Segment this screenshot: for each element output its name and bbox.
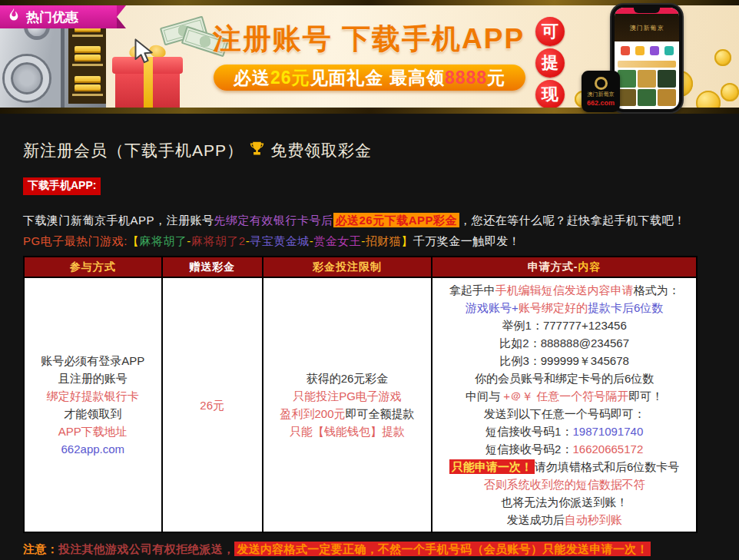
- text-segment: 短信接收号码1：: [485, 425, 572, 438]
- text-segment: 且注册的账号: [58, 372, 128, 385]
- text-segment: 发送到以下任意一个号码即可：: [484, 407, 645, 420]
- phone-notch: [634, 8, 660, 13]
- promo-banner[interactable]: 注册账号 下载手机APP 必送26元见面礼金 最高领8888元 可 提 现 澳门…: [0, 0, 739, 114]
- text-segment: 内容: [578, 260, 601, 273]
- app-logo-domain: 662.com: [587, 99, 615, 107]
- text-segment: 下载澳门新葡京手机APP，注册账号: [23, 214, 214, 227]
- phone-game-tiles: [615, 68, 679, 109]
- text-segment: 比例3：999999￥345678: [499, 354, 628, 367]
- gold-shelf: [72, 46, 103, 66]
- withdraw-char: 可: [535, 17, 565, 46]
- text-line: 账号必须有登录APP: [26, 352, 160, 369]
- text-line: 也将无法为你派送到账！: [434, 493, 694, 511]
- download-app-badge: 下载手机APP:: [23, 177, 101, 195]
- text-segment: 】: [401, 234, 413, 247]
- text-segment: 提款卡后6位数: [588, 301, 663, 314]
- text-segment: 招财猫: [366, 234, 402, 247]
- intro-text: 下载澳门新葡京手机APP，注册账号先绑定有效银行卡号后必送26元下载APP彩金，…: [23, 214, 739, 228]
- page-title-suffix: 免费领取彩金: [270, 140, 372, 161]
- app-logo-icon: 澳门新葡京 662.com: [582, 71, 620, 112]
- cursor-icon: [131, 38, 154, 68]
- text-segment: 获得的26元彩金: [307, 372, 389, 385]
- text-segment: PG电子最热门游戏:: [23, 234, 128, 247]
- text-segment: 赠送彩金: [189, 260, 235, 273]
- text-segment: 寻宝黄金城: [250, 234, 310, 247]
- text-segment: 投注其他游戏公司有权拒绝派送，: [58, 542, 235, 555]
- text-segment: 比如2：888888@234567: [499, 336, 629, 350]
- text-segment: ，您还在等什么呢？赶快拿起手机下载吧！: [459, 214, 686, 227]
- text-segment: 【: [128, 234, 140, 247]
- coin-icon: [714, 49, 731, 66]
- text-line: 盈利到200元即可全额提款: [265, 405, 430, 422]
- text-line: 短信接收号码1：19871091740: [434, 422, 694, 440]
- header-bonus: 赠送彩金: [162, 257, 263, 277]
- text-line: 662app.com: [26, 440, 160, 458]
- header-apply-method: 申请方式-内容: [432, 257, 697, 277]
- header-participation: 参与方式: [24, 257, 162, 277]
- text-line: 否则系统收到您的短信数据不符: [434, 476, 694, 493]
- promo-table: 参与方式 赠送彩金 彩金投注限制 申请方式-内容 账号必须有登录APP且注册的账…: [23, 256, 698, 533]
- text-segment: 绑定好提款银行卡: [47, 389, 139, 403]
- text-line: 只能投注PG电子游戏: [265, 387, 430, 405]
- text-segment: 你的会员账号和绑定卡号的后6位数: [475, 372, 654, 385]
- hot-promo-ribbon[interactable]: 热门优惠: [0, 5, 117, 28]
- text-line: 发送到以下任意一个号码即可：: [434, 405, 694, 422]
- text-segment: 中间与: [466, 389, 503, 403]
- phone-app-title: 澳门新葡京: [630, 24, 664, 32]
- phone-promo-strip: [618, 61, 676, 68]
- text-segment: 千万奖金一触即发！: [413, 234, 521, 247]
- text-line: 你的会员账号和绑定卡号的后6位数: [434, 369, 694, 387]
- text-segment: 盈利到200元: [280, 407, 346, 420]
- text-segment: +＠￥ 任意一个符号隔开: [503, 389, 628, 403]
- banner-title: 注册账号 下载手机APP: [207, 20, 530, 58]
- text-segment: 申请方式-: [528, 260, 578, 273]
- text-segment: 26元: [270, 66, 310, 90]
- text-segment[interactable]: 662app.com: [61, 442, 125, 456]
- phone-screen: 澳门新葡京: [615, 8, 679, 109]
- text-segment: APP下载地址: [58, 425, 128, 438]
- text-segment: 见面礼金 最高领: [310, 66, 445, 90]
- bonus-cell: 26元: [162, 277, 263, 532]
- text-segment: 举例1：777777+123456: [502, 319, 627, 332]
- text-segment: 8888: [445, 68, 487, 88]
- text-line: 中间与 +＠￥ 任意一个符号隔开即可！: [434, 387, 694, 405]
- header-bet-limit: 彩金投注限制: [263, 257, 432, 277]
- text-segment: 16620665172: [572, 442, 643, 456]
- text-line: 发送成功后自动秒到账: [434, 511, 694, 529]
- apply-method-cell: 拿起手中手机编辑短信发送内容申请格式为：游戏账号+账号绑定好的提款卡后6位数举例…: [432, 277, 697, 532]
- text-line: 短信接收号码2：16620665172: [434, 440, 694, 458]
- text-segment: 才能领取到: [64, 407, 121, 420]
- text-segment: 只能申请一次！: [449, 459, 535, 474]
- ribbon-label: 热门优惠: [26, 8, 78, 26]
- text-line: 获得的26元彩金: [265, 369, 430, 387]
- text-segment: 即可！: [628, 389, 663, 403]
- text-segment: 只能【钱能钱包】提款: [290, 425, 405, 438]
- notice-line-1: 注意：投注其他游戏公司有权拒绝派送，发送内容格式一定要正确，不然一个手机号码（会…: [23, 542, 739, 557]
- text-segment: 26元: [200, 399, 224, 412]
- coin-icon: [721, 83, 739, 101]
- table-body-row: 账号必须有登录APP且注册的账号绑定好提款银行卡才能领取到APP下载地址662a…: [24, 277, 697, 532]
- text-segment: 麻将胡了: [139, 234, 187, 247]
- text-line: APP下载地址: [26, 422, 160, 440]
- text-line: 比例3：999999￥345678: [434, 352, 694, 369]
- text-segment: 自动秒到账: [565, 513, 622, 526]
- page-title: 新注册会员（下载手机APP） 免费领取彩金: [23, 140, 739, 161]
- text-segment: 拿起手中: [449, 283, 495, 297]
- text-line: 且注册的账号: [26, 369, 160, 387]
- text-segment: 19871091740: [572, 425, 643, 438]
- text-line: 才能领取到: [26, 405, 160, 422]
- trophy-icon: [249, 141, 265, 161]
- text-segment: 发送内容格式一定要正确，不然一个手机号码（会员账号）只能发送申请一次！: [234, 542, 651, 556]
- text-segment: 注意：: [23, 542, 58, 555]
- withdraw-char: 提: [535, 48, 565, 78]
- page-title-text: 新注册会员（下载手机APP）: [23, 140, 244, 161]
- text-segment: 账号必须有登录APP: [41, 354, 144, 367]
- text-segment: 发送成功后: [507, 513, 565, 526]
- text-line: 举例1：777777+123456: [434, 316, 694, 334]
- text-line: 26元: [164, 396, 260, 414]
- text-line: 只能申请一次！请勿填错格式和后6位数卡号: [434, 458, 694, 476]
- text-segment: 只能投注PG电子游戏: [293, 389, 402, 403]
- text-segment: 即可全额提款: [346, 407, 415, 420]
- safe-wheel: [5, 56, 49, 101]
- phone-app-icons: [615, 41, 679, 60]
